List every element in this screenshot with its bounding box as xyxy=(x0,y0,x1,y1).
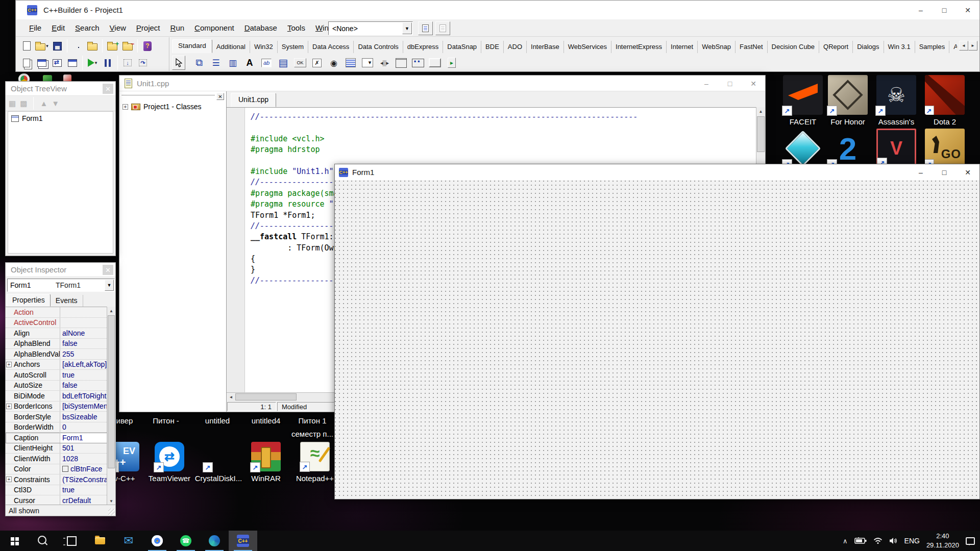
component-memo-icon[interactable] xyxy=(276,56,290,70)
taskbar-task-view-icon[interactable] xyxy=(57,531,86,551)
palette-tab-data-controls[interactable]: Data Controls xyxy=(354,41,403,53)
desktop-icon-teamviewer[interactable]: TeamViewer xyxy=(153,442,186,471)
desktop-icon-crystal-game[interactable] xyxy=(783,129,823,168)
minimize-button[interactable]: – xyxy=(909,164,933,180)
desktop-icon-faceit[interactable]: FACEIT xyxy=(783,75,823,115)
component-action-list-icon[interactable] xyxy=(445,56,459,70)
toolbar-new-button[interactable] xyxy=(19,39,34,53)
wifi-icon[interactable] xyxy=(873,537,883,544)
component-popup-menu-icon[interactable] xyxy=(226,56,240,70)
menu-file[interactable]: File xyxy=(24,21,46,34)
property-value[interactable]: crDefault xyxy=(60,495,108,506)
minimize-button[interactable]: – xyxy=(695,76,718,91)
minimize-button[interactable]: – xyxy=(909,1,933,19)
property-row-autoscroll[interactable]: AutoScrolltrue xyxy=(6,370,108,381)
select-cursor-icon[interactable] xyxy=(172,56,185,70)
component-button-icon[interactable] xyxy=(293,56,307,70)
desktop-icon-dota-2[interactable]: Dota 2 xyxy=(925,75,965,115)
property-row-borderstyle[interactable]: BorderStylebsSizeable xyxy=(6,412,108,422)
menu-search[interactable]: Search xyxy=(70,21,105,34)
palette-tab-webservices[interactable]: WebServices xyxy=(564,41,611,53)
toolbar-save-all-button[interactable] xyxy=(69,39,85,53)
palette-tab-data-access[interactable]: Data Access xyxy=(308,41,354,53)
property-row-anchors[interactable]: +Anchors[akLeft,akTop] xyxy=(6,360,108,370)
palette-tab-additional[interactable]: Additional xyxy=(212,41,250,53)
palette-tab-acti[interactable]: Acti xyxy=(949,41,957,53)
desktop-icon-notepadpp[interactable]: Notepad++ xyxy=(299,442,331,471)
expand-plus-icon[interactable]: + xyxy=(6,404,12,409)
property-value[interactable]: 0 xyxy=(60,422,108,433)
taskbar-explorer-icon[interactable] xyxy=(86,531,114,551)
property-row-action[interactable]: Action xyxy=(6,307,108,318)
combo-dropdown-icon[interactable]: ▼ xyxy=(402,22,412,34)
taskbar-start-icon[interactable] xyxy=(0,531,29,551)
component-frames-icon[interactable] xyxy=(192,56,206,70)
taskbar-chrome-icon[interactable] xyxy=(143,531,172,551)
menu-component[interactable]: Component xyxy=(189,21,239,34)
palette-tab-win32[interactable]: Win32 xyxy=(250,41,278,53)
toolbar-save-button[interactable] xyxy=(50,39,65,53)
maximize-button[interactable]: □ xyxy=(933,164,956,180)
toolbar-view-unit-button[interactable] xyxy=(19,56,34,70)
property-value[interactable]: clBtnFace xyxy=(60,464,108,474)
palette-tab-datasnap[interactable]: DataSnap xyxy=(443,41,481,53)
property-row-activecontrol[interactable]: ActiveControl xyxy=(6,318,108,329)
palette-tab-dbexpress[interactable]: dbExpress xyxy=(403,41,443,53)
ide-title-bar[interactable]: C++Builder 6 - Project1 – □ ✕ xyxy=(16,1,979,19)
expand-plus-icon[interactable]: + xyxy=(122,104,128,110)
property-row-ctl3d[interactable]: Ctl3Dtrue xyxy=(6,485,108,496)
tree-item-form1[interactable]: Form1 xyxy=(8,112,113,125)
language-indicator[interactable]: ENG xyxy=(904,537,920,545)
none-combo[interactable]: <None> ▼ xyxy=(328,21,412,35)
property-value[interactable]: false xyxy=(60,381,108,391)
object-selector-combo[interactable]: Form1 TForm1 ▼ xyxy=(7,279,114,292)
component-checkbox-icon[interactable] xyxy=(310,56,324,70)
property-value[interactable]: alNone xyxy=(60,328,108,338)
scroll-thumb[interactable] xyxy=(235,393,297,400)
property-value[interactable]: bdLeftToRight xyxy=(60,391,108,401)
component-listbox-icon[interactable] xyxy=(344,56,358,70)
property-value[interactable]: 501 xyxy=(60,443,108,454)
dropdown-caret-icon[interactable]: ▾ xyxy=(95,60,97,65)
toolbar-view-form-button[interactable] xyxy=(34,56,50,70)
close-icon[interactable]: ✕ xyxy=(103,265,113,275)
component-edit-icon[interactable] xyxy=(259,56,274,70)
component-label-icon[interactable] xyxy=(242,56,257,70)
move-down-icon[interactable]: ▼ xyxy=(52,99,59,108)
property-value[interactable]: [biSystemMenu] xyxy=(60,402,108,412)
menu-tools[interactable]: Tools xyxy=(282,21,310,34)
property-value[interactable] xyxy=(60,318,108,328)
palette-tab-system[interactable]: System xyxy=(278,41,308,53)
selected-object[interactable]: Form1 TForm1 xyxy=(7,279,115,292)
pane-close-icon[interactable]: ✕ xyxy=(216,93,224,100)
delete-item-icon[interactable]: ▩ xyxy=(20,99,27,108)
tab-events[interactable]: Events xyxy=(51,295,83,307)
editor-title-bar[interactable]: Unit1.cpp – □ ✕ xyxy=(119,76,765,91)
pane-grip[interactable] xyxy=(121,94,215,95)
expand-plus-icon[interactable]: + xyxy=(6,477,12,482)
palette-tab-internet[interactable]: Internet xyxy=(667,41,698,53)
toolbar-add-file-to-project-button[interactable]: + xyxy=(105,39,120,53)
property-value[interactable]: 255 xyxy=(60,349,108,359)
property-row-bordericons[interactable]: +BorderIcons[biSystemMenu] xyxy=(6,402,108,412)
property-value[interactable]: 1028 xyxy=(60,454,108,464)
form-title-bar[interactable]: Form1 – □ ✕ xyxy=(335,164,979,180)
dropdown-caret-icon[interactable]: ▾ xyxy=(46,43,48,48)
class-tree-root[interactable]: + Project1 - Classes xyxy=(122,103,202,111)
property-row-clientwidth[interactable]: ClientWidth1028 xyxy=(6,454,108,464)
action-center-icon[interactable] xyxy=(966,537,975,545)
maximize-button[interactable]: □ xyxy=(933,1,956,19)
property-row-borderwidth[interactable]: BorderWidth0 xyxy=(6,422,108,433)
component-main-menu-icon[interactable] xyxy=(209,56,223,70)
palette-tab-win-3-1[interactable]: Win 3.1 xyxy=(884,41,915,53)
combo-dropdown-icon[interactable]: ▼ xyxy=(105,280,114,291)
maximize-button[interactable]: □ xyxy=(718,76,742,91)
property-row-align[interactable]: AlignalNone xyxy=(6,328,108,339)
palette-tab-decision-cube[interactable]: Decision Cube xyxy=(768,41,820,53)
property-row-color[interactable]: ColorclBtnFace xyxy=(6,464,108,475)
property-value[interactable]: bsSizeable xyxy=(60,412,108,422)
treeview-title-bar[interactable]: Object TreeView xyxy=(6,82,115,96)
property-row-alphablend[interactable]: AlphaBlendfalse xyxy=(6,339,108,349)
property-value[interactable]: true xyxy=(60,370,108,380)
component-combobox-icon[interactable] xyxy=(360,56,375,70)
